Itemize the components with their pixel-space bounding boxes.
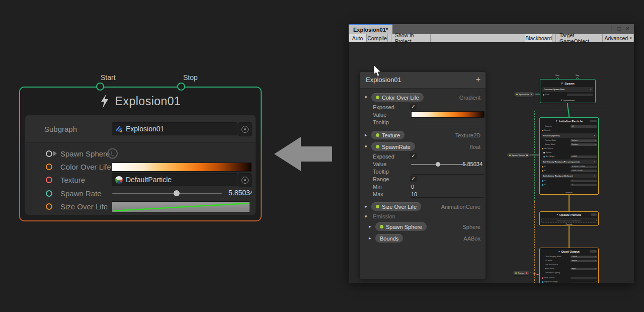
spawn-rate-port[interactable] xyxy=(46,190,52,197)
output-port[interactable] xyxy=(531,94,532,95)
graph-pill-texture[interactable]: Texture xyxy=(513,271,529,275)
tooltip-input[interactable] xyxy=(411,174,484,175)
update-particle-node[interactable]: ▾ Update Particle Press space to add blo… xyxy=(539,211,599,226)
b-port[interactable] xyxy=(542,170,543,172)
param-pill-spawn-sphere[interactable]: Spawn Sphere xyxy=(375,222,427,231)
param-pill-texture[interactable]: Texture xyxy=(371,131,405,139)
output-port[interactable] xyxy=(526,154,528,156)
constant-spawn-rate-block[interactable]: Constant Spawn Rate✓ xyxy=(542,87,593,92)
spawn-node[interactable]: Spawn Constant Spawn Rate✓ Rate SpawnEve… xyxy=(540,79,596,103)
chevron-down-icon[interactable]: ▾ xyxy=(365,95,367,100)
close-icon[interactable]: × xyxy=(624,25,631,32)
velocity-a-row[interactable]: A-0.500 0.2 -0.500 xyxy=(540,165,598,169)
arc-angle-row[interactable]: Arc (Angle)6.2832 xyxy=(540,154,598,159)
blackboard-panel[interactable]: Explosion01 + ▾ Color Over Life Gradient… xyxy=(359,71,486,279)
tooltip-input[interactable] xyxy=(411,125,484,125)
uv-mode-row[interactable]: UV ModeSimple▾ xyxy=(540,259,598,263)
size-over-life-port[interactable] xyxy=(46,203,52,210)
param-pill-color-over-life[interactable]: Color Over Life xyxy=(371,93,424,102)
color-over-life-port[interactable] xyxy=(46,164,52,170)
spawn-start-anchor[interactable] xyxy=(556,77,559,80)
texture-port[interactable] xyxy=(46,177,52,183)
compile-button[interactable]: Compile xyxy=(366,34,388,42)
lifetime-b-row[interactable]: B3 xyxy=(540,183,598,187)
rate-port[interactable] xyxy=(543,94,544,96)
position-mode-row[interactable]: Position ModeSurface▾ xyxy=(540,138,598,142)
exposed-checkbox[interactable]: ✓ xyxy=(410,153,417,159)
spawn-event-output[interactable]: SpawnEvent xyxy=(541,98,595,102)
spawn-rate-slider[interactable] xyxy=(112,193,222,194)
chevron-right-icon[interactable]: ▸ xyxy=(369,236,371,241)
blend-mode-row[interactable]: Blend ModeAlpha▾ xyxy=(540,267,598,271)
main-texture-port[interactable] xyxy=(542,277,543,279)
max-input[interactable] xyxy=(411,197,484,198)
exposed-checkbox[interactable]: ✓ xyxy=(410,104,417,110)
arc-sphere-port[interactable] xyxy=(542,148,543,149)
min-value[interactable]: 0 xyxy=(411,184,414,190)
color-mapping-row[interactable]: Color Mapping ModeDefault▾ xyxy=(540,255,598,259)
lifetime-a-row[interactable]: A1 xyxy=(540,179,598,183)
sphere-row[interactable]: Sphere xyxy=(540,150,598,154)
b-port[interactable] xyxy=(542,184,543,186)
block-toggle-icon[interactable]: ✓ xyxy=(594,175,595,177)
subgraph-object-picker-icon[interactable] xyxy=(238,122,252,136)
subgraph-object-field[interactable]: Explosion01 xyxy=(112,122,237,135)
stop-flow-anchor[interactable] xyxy=(177,83,185,91)
velocity-b-row[interactable]: B0.500 1 0.500 xyxy=(540,169,598,173)
start-flow-anchor[interactable] xyxy=(96,83,104,91)
block-toggle-icon[interactable]: ✓ xyxy=(590,88,592,91)
main-texture-row[interactable]: Main Texture xyxy=(540,276,598,280)
a-port[interactable] xyxy=(542,180,543,182)
lifetime-random-block[interactable]: Set Lifetime Random (Uniform)✓ xyxy=(541,174,597,178)
graph-pill-spawnrate[interactable]: SpawnRate xyxy=(514,92,534,97)
range-checkbox[interactable]: ✓ xyxy=(410,176,417,182)
blackboard-button[interactable]: Blackboard xyxy=(525,34,552,42)
tab-explosion01[interactable]: Explosion01* xyxy=(349,24,392,34)
texture-object-field[interactable]: DefaultParticle xyxy=(112,173,237,186)
value-slider-handle[interactable] xyxy=(436,162,440,167)
subgraph-node-explosion01[interactable]: Start Stop Explosion01 Subgraph Explosio… xyxy=(19,87,262,221)
arc-port[interactable] xyxy=(543,156,545,158)
capacity-row[interactable]: Capacity64 xyxy=(540,124,598,128)
a-port[interactable] xyxy=(542,166,543,168)
spawn-stop-anchor[interactable] xyxy=(576,77,579,80)
param-pill-size-over-life[interactable]: Size Over Life xyxy=(371,202,421,211)
spawn-rate-value[interactable]: 5.85034 xyxy=(228,189,252,198)
spawn-rate-slider-handle[interactable] xyxy=(174,190,180,196)
gradient-value-field[interactable] xyxy=(411,111,485,118)
position-sphere-block[interactable]: Position (Sphere)✓ xyxy=(541,133,597,138)
maximize-icon[interactable]: □ xyxy=(616,25,623,32)
sphere-port[interactable] xyxy=(543,152,545,153)
graph-canvas[interactable]: Explosion01 + ▾ Color Over Life Gradient… xyxy=(349,43,634,283)
target-gameobject-button[interactable]: Target GameObject xyxy=(555,34,599,42)
chevron-right-icon[interactable]: ▸ xyxy=(369,224,371,229)
chevron-down-icon[interactable]: ▾ xyxy=(365,214,367,219)
advanced-button[interactable]: Advanced▾ xyxy=(602,34,634,42)
chevron-right-icon[interactable]: ▸ xyxy=(365,204,367,209)
exposure-port[interactable] xyxy=(542,281,543,283)
initialize-particle-node[interactable]: Initialize Particle Capacity64 Bounds Po… xyxy=(539,117,599,195)
spawn-sphere-port[interactable] xyxy=(46,150,52,157)
particle-output[interactable]: Particle xyxy=(540,222,598,225)
alpha-clipping-row[interactable]: Use Alpha Clipping xyxy=(540,271,598,275)
exposure-weight-row[interactable]: Exposure Weight0 xyxy=(540,280,598,283)
max-value[interactable]: 10 xyxy=(411,191,417,197)
param-pill-spawnrate[interactable]: SpawnRate xyxy=(371,142,415,151)
texture-object-picker-icon[interactable] xyxy=(238,173,252,187)
quad-output-node[interactable]: ▾ Quad Output Color Mapping ModeDefault▾… xyxy=(539,248,599,283)
window-menu-icon[interactable]: ⋮ xyxy=(608,25,615,32)
add-parameter-button[interactable]: + xyxy=(476,75,480,84)
arc-sphere-row[interactable]: Arc Sphere xyxy=(540,146,598,150)
soft-particle-row[interactable]: Use Soft Particle xyxy=(540,263,598,267)
block-toggle-icon[interactable]: ✓ xyxy=(594,161,595,163)
graph-pill-spawn-sphere[interactable]: Spawn Sphere xyxy=(507,153,530,158)
expand-triangle-icon[interactable] xyxy=(53,151,57,156)
chevron-down-icon[interactable]: ▾ xyxy=(365,144,367,149)
output-port[interactable] xyxy=(526,272,527,274)
spawnrate-value[interactable]: 5.85034 xyxy=(462,161,482,167)
block-toggle-icon[interactable]: ✓ xyxy=(594,134,595,137)
bounds-row[interactable]: Bounds xyxy=(540,128,598,132)
category-emission[interactable]: Emission xyxy=(373,213,395,219)
curve-field[interactable] xyxy=(112,201,250,212)
param-pill-bounds[interactable]: Bounds xyxy=(375,234,403,243)
